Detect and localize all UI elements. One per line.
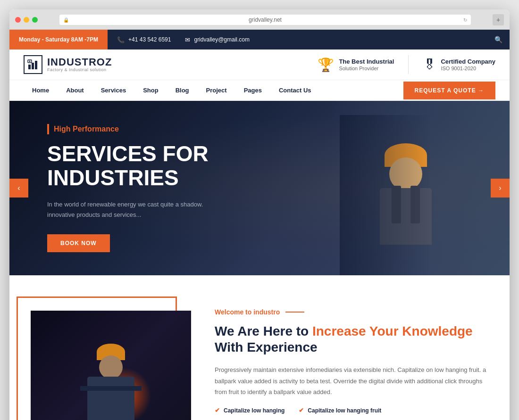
about-worker-figure — [78, 339, 144, 420]
nav-project[interactable]: Project — [198, 80, 235, 100]
logo-area: INDUSTROZ Factory & Industrial solution — [24, 55, 118, 74]
nav-home[interactable]: Home — [24, 80, 58, 100]
badge-sub-1: Solution Provider — [339, 66, 394, 71]
certification-icon: 🎖 — [423, 57, 436, 73]
about-torso — [87, 377, 134, 420]
svg-rect-1 — [32, 63, 34, 69]
phone-number: +41 43 542 6591 — [128, 36, 171, 43]
refresh-icon[interactable]: ↻ — [463, 17, 467, 23]
lock-icon: 🔒 — [63, 17, 69, 23]
worker-strap-left — [392, 186, 401, 223]
hero-tag-text: High Performance — [54, 125, 119, 133]
about-bullet-2: ✔ Capitalize low hanging fruit — [299, 407, 381, 414]
nav-about[interactable]: About — [58, 80, 92, 100]
trophy-icon: 🏆 — [318, 57, 334, 73]
logo-name: INDUSTROZ — [47, 57, 112, 67]
hero-title: SERVICES FOR INDUSTRIES — [47, 142, 209, 189]
about-head — [99, 355, 123, 379]
logo-icon — [24, 55, 42, 74]
worker-strap-right — [410, 186, 420, 223]
svg-rect-0 — [28, 65, 31, 69]
badge-text-2: Certified Company ISO 9001-2020 — [441, 58, 495, 71]
nav-blog[interactable]: Blog — [167, 80, 198, 100]
about-subtitle: Welcome to industro — [215, 308, 495, 316]
svg-rect-2 — [35, 61, 37, 69]
hero-next-button[interactable]: › — [491, 179, 510, 198]
about-image-container — [24, 304, 191, 420]
hero-desc-line2: innovative products and services... — [47, 211, 141, 218]
about-section: Welcome to industro We Are Here to Incre… — [9, 275, 510, 420]
nav-services[interactable]: Services — [92, 80, 135, 100]
logo-tagline: Factory & Industrial solution — [47, 67, 112, 72]
about-subtitle-line — [285, 312, 304, 313]
hero-worker-image — [340, 115, 472, 275]
hero-desc-line1: In the world of renewable energy we cast… — [47, 201, 203, 208]
url-text: gridvalley.net — [249, 16, 282, 23]
business-hours: Monday - Saturday 8AM -7PM — [9, 30, 108, 49]
hero-title-line2: INDUSTRIES — [47, 165, 179, 190]
maximize-button[interactable] — [32, 17, 38, 23]
about-title: We Are Here to Increase Your Knowledge W… — [215, 323, 495, 355]
address-bar[interactable]: 🔒 gridvalley.net ↻ — [59, 15, 471, 25]
book-now-button[interactable]: BOOK NOW — [47, 234, 110, 252]
new-tab-button[interactable]: + — [493, 14, 504, 25]
about-arms — [80, 386, 142, 391]
about-description: Progressively maintain extensive infomed… — [215, 364, 495, 397]
email-contact: ✉ gridvalley@gmail.com — [185, 36, 250, 43]
browser-chrome: 🔒 gridvalley.net ↻ + — [9, 9, 510, 30]
hero-tag-bar — [47, 124, 49, 134]
badge-best-industrial: 🏆 The Best Industrial Solution Provider — [318, 57, 394, 73]
about-content: Welcome to industro We Are Here to Incre… — [215, 304, 495, 414]
hero-content: High Performance SERVICES FOR INDUSTRIES… — [9, 124, 246, 252]
welding-scene — [31, 311, 191, 420]
worker-figure — [340, 115, 472, 275]
phone-contact: 📞 +41 43 542 6591 — [117, 36, 171, 43]
nav-contact[interactable]: Contact Us — [270, 80, 320, 100]
about-bullets: ✔ Capitalize low hanging ✔ Capitalize lo… — [215, 407, 495, 414]
badge-title-2: Certified Company — [441, 58, 495, 66]
hero-title-line1: SERVICES FOR — [47, 141, 209, 166]
close-button[interactable] — [15, 17, 21, 23]
hero-section: ‹ High Performance SERVICES FOR INDUSTRI… — [9, 101, 510, 275]
minimize-button[interactable] — [24, 17, 29, 23]
search-icon[interactable]: 🔍 — [487, 36, 510, 43]
badge-divider — [408, 55, 409, 74]
browser-controls: 🔒 gridvalley.net ↻ + — [15, 14, 504, 25]
checkmark-icon-1: ✔ — [215, 407, 220, 414]
about-title-part1: We Are Here to — [215, 324, 312, 338]
about-worker-image — [31, 311, 191, 420]
email-address: gridvalley@gmail.com — [194, 36, 250, 43]
about-title-part2: With Experience — [215, 340, 318, 354]
nav-shop[interactable]: Shop — [134, 80, 167, 100]
site-header: INDUSTROZ Factory & Industrial solution … — [9, 49, 510, 80]
nav-links: Home About Services Shop Blog Project Pa… — [24, 80, 403, 100]
navigation: Home About Services Shop Blog Project Pa… — [9, 80, 510, 101]
badge-sub-2: ISO 9001-2020 — [441, 66, 495, 71]
about-image — [31, 311, 191, 420]
hero-prev-button[interactable]: ‹ — [9, 179, 28, 198]
phone-icon: 📞 — [117, 36, 125, 43]
nav-pages[interactable]: Pages — [235, 80, 270, 100]
bullet-text-2: Capitalize low hanging fruit — [308, 407, 381, 414]
contact-info: 📞 +41 43 542 6591 ✉ gridvalley@gmail.com — [108, 36, 487, 43]
badge-title-1: The Best Industrial — [339, 58, 394, 66]
email-icon: ✉ — [185, 36, 190, 43]
header-badges: 🏆 The Best Industrial Solution Provider … — [318, 55, 495, 74]
checkmark-icon-2: ✔ — [299, 407, 304, 414]
about-title-highlight: Increase Your Knowledge — [312, 324, 473, 338]
about-bullet-1: ✔ Capitalize low hanging — [215, 407, 285, 414]
about-subtitle-text: Welcome to industro — [215, 308, 280, 316]
worker-body — [363, 143, 448, 275]
hero-description: In the world of renewable energy we cast… — [47, 199, 209, 220]
svg-point-4 — [29, 61, 31, 62]
bullet-text-1: Capitalize low hanging — [224, 407, 285, 414]
browser-window: 🔒 gridvalley.net ↻ + Monday - Saturday 8… — [9, 9, 510, 420]
badge-text-1: The Best Industrial Solution Provider — [339, 58, 394, 71]
top-bar: Monday - Saturday 8AM -7PM 📞 +41 43 542 … — [9, 30, 510, 49]
request-quote-button[interactable]: REQUEST A QUOTE → — [403, 82, 495, 99]
site-content: Monday - Saturday 8AM -7PM 📞 +41 43 542 … — [9, 30, 510, 420]
logo-text: INDUSTROZ Factory & Industrial solution — [47, 57, 112, 72]
badge-certified: 🎖 Certified Company ISO 9001-2020 — [423, 57, 495, 73]
worker-torso — [380, 188, 432, 245]
hero-tag: High Performance — [47, 124, 209, 134]
